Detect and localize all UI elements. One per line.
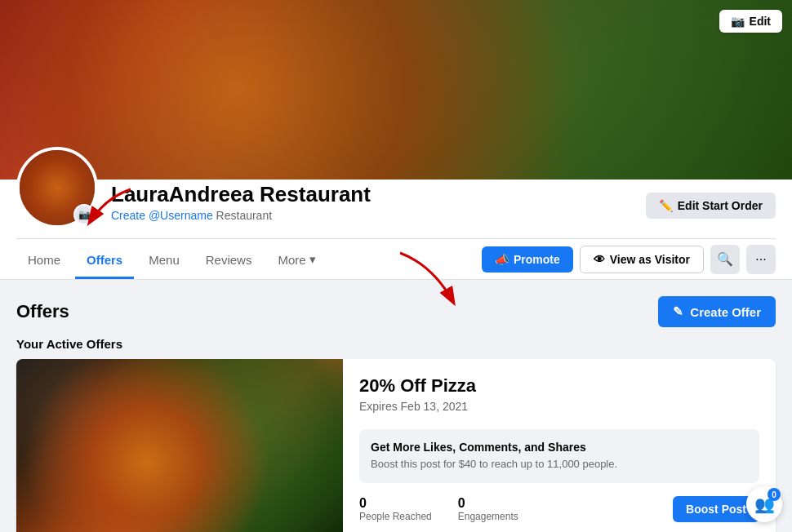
avatar-camera-button[interactable]: 📷	[73, 204, 95, 225]
username-line: Create @Username Restaurant	[111, 209, 633, 222]
pencil-icon: ✏️	[659, 199, 673, 212]
eye-icon: 👁	[594, 253, 605, 266]
megaphone-icon: 📣	[495, 253, 509, 266]
nav-left: Home Offers Menu Reviews More ▾	[16, 242, 327, 279]
create-username-link[interactable]: Create @Username	[111, 209, 213, 222]
engagements-stat: 0 Engagements	[458, 496, 518, 522]
boost-cta-box: Get More Likes, Comments, and Shares Boo…	[359, 429, 759, 483]
cover-edit-button[interactable]: 📷 Edit	[719, 10, 782, 33]
search-button[interactable]: 🔍	[710, 245, 740, 274]
people-badge: 0	[768, 488, 781, 501]
nav-right: 📣 Promote 👁 View as Visitor 🔍 ···	[482, 245, 776, 277]
people-reached-label: People Reached	[359, 511, 432, 522]
offer-stats: 0 People Reached 0 Engagements Boost Pos…	[359, 496, 759, 522]
nav-tabs: Home Offers Menu Reviews More ▾ 📣 Promot…	[16, 238, 776, 279]
boost-cta-desc: Boost this post for $40 to reach up to 1…	[371, 457, 748, 472]
tab-offers[interactable]: Offers	[75, 243, 134, 279]
engagements-label: Engagements	[458, 511, 518, 522]
edit-start-order-label: Edit Start Order	[678, 199, 763, 212]
profile-name-area: LauraAndreea Restaurant Create @Username…	[111, 182, 633, 228]
offer-name: 20% Off Pizza	[359, 375, 759, 397]
active-offers-label: Your Active Offers	[16, 337, 776, 351]
people-reached-stat: 0 People Reached	[359, 496, 432, 522]
offer-card: 20% Off Pizza Expires Feb 13, 2021 Get M…	[16, 359, 776, 532]
promote-label: Promote	[514, 253, 560, 266]
tab-more[interactable]: More ▾	[266, 242, 327, 279]
floating-people-button[interactable]: 👥 0	[746, 486, 782, 522]
offers-header: Offers ✎ Create Offer	[16, 296, 776, 327]
create-offer-button[interactable]: ✎ Create Offer	[658, 296, 776, 327]
ellipsis-icon: ···	[755, 252, 766, 267]
tab-menu[interactable]: Menu	[137, 243, 191, 279]
offers-title: Offers	[16, 301, 69, 322]
profile-info-row: 📷 LauraAndreea Restaurant Create @Userna…	[16, 180, 776, 238]
more-options-button[interactable]: ···	[746, 245, 776, 274]
offer-expiry: Expires Feb 13, 2021	[359, 400, 759, 413]
avatar-wrap: 📷	[16, 147, 98, 228]
cover-photo: 📷 Edit	[0, 0, 792, 180]
offer-image	[16, 359, 343, 532]
cover-pizza-art	[0, 0, 792, 180]
cover-edit-label: Edit	[750, 15, 771, 28]
camera-icon: 📷	[731, 15, 745, 28]
create-offer-label: Create Offer	[690, 305, 761, 319]
people-reached-count: 0	[359, 496, 432, 511]
more-tab-label: More	[278, 253, 305, 267]
create-offer-icon: ✎	[673, 304, 683, 319]
main-content: Offers ✎ Create Offer Your Active Offers…	[0, 280, 792, 532]
tab-home[interactable]: Home	[16, 243, 72, 279]
category-label: Restaurant	[216, 209, 272, 222]
profile-actions: ✏️ Edit Start Order	[646, 193, 776, 228]
edit-start-order-button[interactable]: ✏️ Edit Start Order	[646, 193, 776, 219]
engagements-count: 0	[458, 496, 518, 511]
boost-cta-title: Get More Likes, Comments, and Shares	[371, 441, 748, 454]
offer-details: 20% Off Pizza Expires Feb 13, 2021 Get M…	[343, 359, 776, 532]
restaurant-name: LauraAndreea Restaurant	[111, 182, 633, 207]
view-as-visitor-button[interactable]: 👁 View as Visitor	[580, 246, 704, 273]
camera-small-icon: 📷	[78, 209, 91, 220]
offer-image-art	[16, 359, 343, 532]
chevron-down-icon: ▾	[309, 252, 316, 267]
profile-section: 📷 LauraAndreea Restaurant Create @Userna…	[0, 180, 792, 280]
search-icon: 🔍	[717, 251, 733, 267]
promote-button[interactable]: 📣 Promote	[482, 246, 573, 273]
view-visitor-label: View as Visitor	[610, 253, 690, 266]
tab-reviews[interactable]: Reviews	[194, 243, 264, 279]
stats-left: 0 People Reached 0 Engagements	[359, 496, 518, 522]
boost-post-label: Boost Post	[686, 503, 746, 516]
